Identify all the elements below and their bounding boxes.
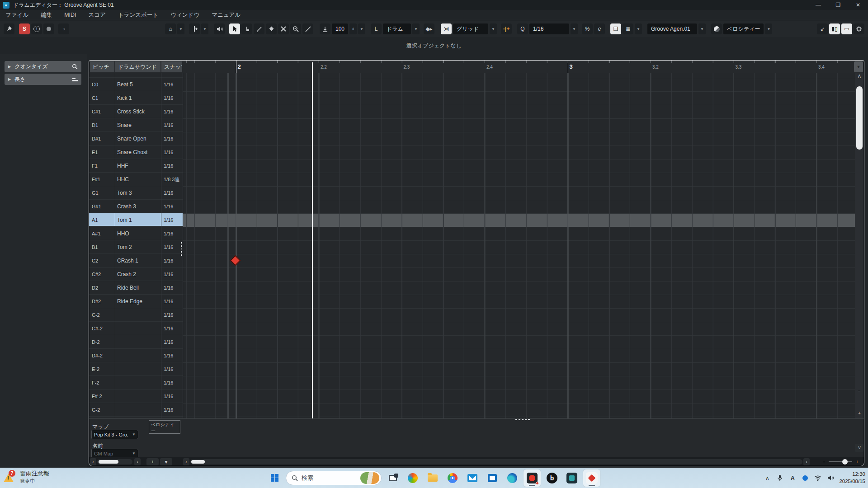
drum-map-dropdown[interactable]: Pop Kit 3 - Gro.▼: [91, 430, 138, 439]
list-scrollbar[interactable]: [97, 459, 132, 465]
drum-row-D-2[interactable]: D-21/16: [89, 335, 183, 349]
horizontal-scrollbar[interactable]: [190, 459, 802, 465]
weather-widget[interactable]: 7 雷雨注意報 発令中: [3, 469, 49, 484]
drum-row-C-2[interactable]: C-21/16: [89, 308, 183, 322]
lane-collapse-chevron[interactable]: ᐯ: [855, 444, 864, 452]
zoom-tool[interactable]: [290, 23, 301, 34]
drum-row-B-1[interactable]: B-1Beat 41/16: [89, 73, 183, 78]
acoustic-feedback-button[interactable]: 1: [31, 23, 42, 34]
bluetooth-icon[interactable]: [801, 475, 809, 481]
drumstick-tool[interactable]: [241, 23, 252, 34]
mute-tool[interactable]: [278, 23, 289, 34]
vzoom-out-button[interactable]: −: [855, 387, 864, 394]
hidden-icons-chevron[interactable]: ∧: [763, 475, 771, 481]
audition-speaker-icon[interactable]: [214, 23, 225, 34]
draw-tool[interactable]: [254, 23, 264, 34]
playhead-cursor[interactable]: [312, 62, 313, 418]
event-color-value[interactable]: ベロシティー: [723, 23, 764, 34]
drum-row-C0[interactable]: C0Beat 51/16: [89, 78, 183, 91]
vzoom-in-button[interactable]: +: [855, 409, 864, 417]
drum-row-E1[interactable]: E1Snare Ghost1/16: [89, 145, 183, 159]
search-box[interactable]: 検索: [286, 471, 382, 485]
edited-part-selector[interactable]: Groove Agen.01: [647, 23, 697, 34]
drum-row-D#-2[interactable]: D#-21/16: [89, 349, 183, 362]
menu-item-1[interactable]: 編集: [41, 11, 52, 19]
eraser-tool[interactable]: [266, 23, 277, 34]
drum-row-F#1[interactable]: F#1HHC1/8 3連: [89, 173, 183, 186]
drum-row-G1[interactable]: G1Tom 31/16: [89, 186, 183, 200]
list-scroll-left-button[interactable]: ‹: [90, 458, 96, 465]
autoscroll-icon[interactable]: [189, 23, 200, 34]
zoom-in-button[interactable]: +: [854, 458, 860, 465]
taskbar-app-mail-icon[interactable]: [464, 469, 481, 487]
line-tool[interactable]: [302, 23, 313, 34]
lane-resize-handle[interactable]: [515, 419, 530, 420]
taskbar-app-edge-icon[interactable]: [504, 469, 521, 487]
menu-item-5[interactable]: ウィンドウ: [170, 11, 199, 19]
close-button[interactable]: ✕: [848, 0, 868, 10]
mic-icon[interactable]: [776, 474, 784, 481]
insert-velocity-dropdown[interactable]: ▼: [358, 23, 365, 34]
vertical-scrollbar[interactable]: ᐱ − +: [855, 73, 864, 418]
taskbar-app-cubase-icon[interactable]: [583, 469, 600, 487]
drum-row-D#1[interactable]: D#1Snare Open1/16: [89, 132, 183, 145]
record-in-editor-button[interactable]: [43, 23, 54, 34]
vscroll-up-button[interactable]: ᐱ: [855, 73, 864, 80]
menu-item-3[interactable]: スコア: [89, 11, 106, 19]
menu-item-2[interactable]: MIDI: [64, 12, 76, 18]
start-button[interactable]: [266, 469, 283, 487]
hscroll-left-button[interactable]: ‹: [183, 458, 189, 465]
taskbar-app-copilot-icon[interactable]: [404, 469, 421, 487]
column-header-snap[interactable]: スナップ: [161, 61, 182, 72]
wifi-icon[interactable]: [814, 475, 822, 481]
taskbar-app-chrome-icon[interactable]: [444, 469, 461, 487]
edited-part-dropdown[interactable]: ▼: [698, 23, 706, 34]
lane-options-dropdown[interactable]: ▼: [160, 458, 172, 465]
autoscroll-dropdown[interactable]: ▼: [201, 23, 208, 34]
drum-row-E-2[interactable]: E-21/16: [89, 362, 183, 376]
drum-row-A#1[interactable]: A#1HHO1/16: [89, 227, 183, 240]
taskbar-app-dorico-icon[interactable]: [563, 469, 580, 487]
insert-length-dropdown[interactable]: ▼: [412, 23, 420, 34]
left-zone-toggle-icon[interactable]: ▮▯: [829, 23, 840, 34]
step-input-icon[interactable]: ◆▸: [424, 23, 434, 34]
note-grid[interactable]: [183, 73, 855, 418]
hscroll-right-button[interactable]: ›: [803, 458, 810, 465]
drum-row-F-2[interactable]: F-21/16: [89, 376, 183, 389]
lower-zone-toggle-icon[interactable]: ▭: [841, 23, 852, 34]
controller-lane-selector[interactable]: ベロシティー: [149, 420, 180, 434]
insert-velocity-value[interactable]: 100: [332, 23, 348, 34]
drum-row-C1[interactable]: C1Kick 11/16: [89, 91, 183, 105]
taskbar-app-file-explorer-icon[interactable]: [424, 469, 441, 487]
part-edit-mode-icon[interactable]: ❒: [610, 23, 621, 34]
insert-velocity-stepper[interactable]: ⇕: [349, 23, 357, 34]
list-scroll-right-button[interactable]: ›: [134, 458, 141, 465]
timeline-ruler[interactable]: 22.22.32.433.23.33.4: [183, 61, 855, 73]
drum-row-D2[interactable]: D2Ride Bell1/16: [89, 281, 183, 295]
event-color-dropdown[interactable]: ▼: [765, 23, 772, 34]
snap-type-dropdown[interactable]: ▼: [490, 23, 497, 34]
drum-row-D1[interactable]: D1Snare1/16: [89, 118, 183, 132]
restore-button[interactable]: ❐: [828, 0, 848, 10]
drum-row-F#-2[interactable]: F#-21/16: [89, 389, 183, 403]
midi-input-icon[interactable]: ◑: [58, 23, 69, 34]
drum-name-dropdown[interactable]: GM Map▼: [91, 449, 138, 458]
quantize-preset-dropdown[interactable]: ▼: [571, 23, 578, 34]
volume-icon[interactable]: [826, 475, 835, 481]
pin-icon[interactable]: [4, 23, 14, 34]
taskbar-app-music-app-icon[interactable]: [524, 469, 541, 487]
quantize-preset-value[interactable]: 1/16: [529, 23, 569, 34]
drum-row-C#1[interactable]: C#1Cross Stick1/16: [89, 105, 183, 118]
column-header-drumsound[interactable]: ドラムサウンド: [115, 61, 160, 72]
vscroll-thumb[interactable]: [856, 86, 863, 150]
ime-indicator[interactable]: A: [788, 475, 797, 481]
minimize-button[interactable]: —: [808, 0, 828, 10]
drum-row-C2[interactable]: C2CRash 11/16: [89, 254, 183, 267]
menu-item-0[interactable]: ファイル: [5, 11, 28, 19]
snap-type-value[interactable]: グリッド: [453, 23, 488, 34]
quantize-apply-button[interactable]: %: [582, 23, 593, 34]
menu-item-4[interactable]: トランスポート: [118, 11, 158, 19]
column-header-pitch[interactable]: ピッチ: [90, 61, 114, 72]
taskbar-app-bandlab-icon[interactable]: b: [543, 469, 561, 487]
list-grid-divider-handle[interactable]: [181, 242, 183, 256]
